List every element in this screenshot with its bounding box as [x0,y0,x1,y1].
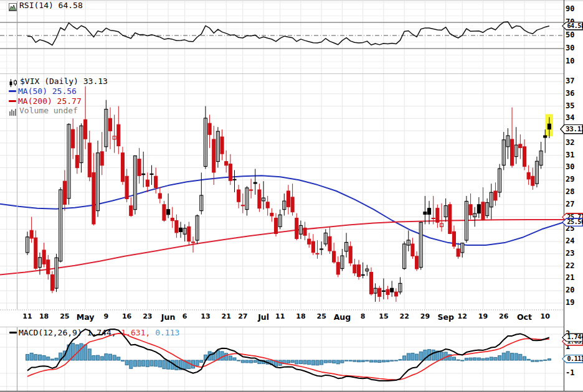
price-axis-label: 37 [566,77,574,85]
x-axis-label: 12 [458,312,467,320]
x-axis-label: 10 [541,312,550,320]
price-axis-label: 36 [566,89,574,98]
volume-legend: Volume undef [19,106,78,115]
x-axis-label: Jun [161,312,175,322]
ma200-legend: MA(200) 25.77 [9,96,82,106]
x-axis-label: 26 [499,312,508,320]
price-axis-label: 21 [566,273,574,282]
price-axis-label: 34 [566,113,574,122]
x-axis-label: Oct [517,312,532,322]
price-axis-label: 19 [566,298,574,307]
price-axis-label: 30 [566,162,574,171]
price-axis-label: 35 [566,101,574,110]
rsi-area-icon [9,2,17,14]
price-axis-label: 23 [566,249,574,258]
x-axis-label: 23 [143,312,152,320]
ma200-line-swatch [9,100,16,102]
stock-chart: RSI(14) 64.58 $VIX (Daily) 33.13 MA(50) … [0,0,583,392]
macd-axis-label: -1 [566,368,574,377]
price-axis-label: 28 [566,187,574,196]
price-axis-label: 32 [566,138,574,147]
volume-bars-icon [9,106,17,118]
x-axis-label: 19 [478,312,488,320]
x-axis-label: 11 [275,312,285,320]
x-axis-label: 16 [122,312,131,320]
x-axis-label: Aug [334,312,351,322]
x-axis-label: 8 [361,312,366,320]
last-price-bubble: 33.13 [560,124,583,134]
rsi-value-bubble: 64.58 [562,22,583,30]
price-axis-label: 24 [566,236,574,245]
ma50-line-swatch [9,90,16,92]
rsi-legend: RSI(14) 64.58 [19,1,83,10]
x-axis-label: 18 [39,312,49,320]
macd-legend: MACD(12,26,9) 1.744, 1.631, 0.113 [9,328,179,337]
rsi-axis-label: 10 [566,57,574,65]
price-axis-label: 27 [566,200,574,208]
ma200-legend-label: MA(200) 25.77 [18,96,82,106]
x-axis-label: 15 [379,312,388,320]
x-axis-label: 22 [399,312,409,320]
x-axis-label: Jul [258,312,269,322]
symbol-title: $VIX (Daily) 33.13 [20,77,108,86]
price-axis-label: 22 [566,261,574,270]
macd-hist-bubble: 0.113 [562,355,583,363]
ma50-legend: MA(50) 25.56 [9,86,77,96]
x-axis-label: 11 [22,312,32,320]
x-axis-label: 21 [222,312,231,320]
macd-hist-label: 0.113 [150,328,179,337]
price-axis-label: 20 [566,286,574,294]
x-axis-label: May [77,312,95,322]
x-axis-label: 6 [182,312,187,320]
x-axis-label: 13 [201,312,210,320]
x-axis-label: 9 [104,312,109,320]
x-axis-label: 29 [420,312,430,320]
x-axis-label: 27 [238,312,247,320]
ma50-legend-label: MA(50) 25.56 [18,86,77,96]
macd-line-swatch [9,332,17,334]
x-axis-label: 25 [60,312,69,320]
x-axis-label: 25 [316,312,326,320]
ma50-value-bubble: 25.56 [562,218,583,226]
rsi-axis-label: 30 [566,44,574,52]
price-axis-label: 31 [566,151,574,159]
rsi-axis-label: 50 [566,30,574,39]
price-axis-label: 29 [566,175,574,184]
macd-value-bubble: 1.744 [562,333,583,342]
macd-signal-label: 1.631, [116,328,151,337]
x-axis-label: Sep [437,312,453,322]
macd-legend-label: MACD(12,26,9) 1.744, [19,328,116,337]
x-axis-label: 18 [296,312,305,320]
rsi-axis-label: 90 [566,4,574,13]
